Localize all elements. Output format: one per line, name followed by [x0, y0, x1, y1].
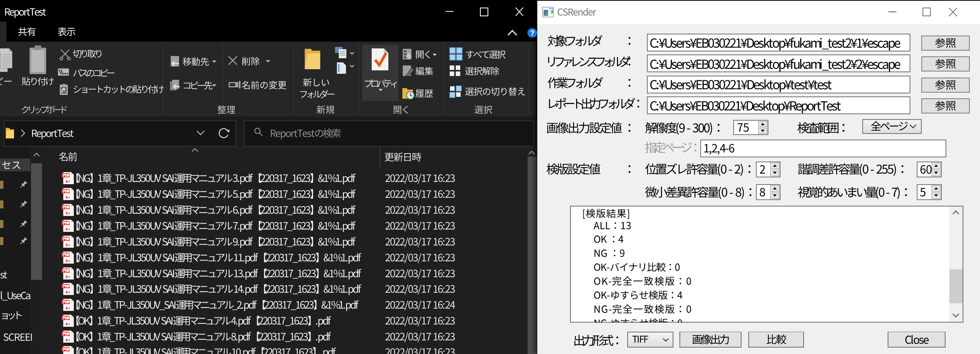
- svg-text:?: ?: [530, 29, 535, 37]
